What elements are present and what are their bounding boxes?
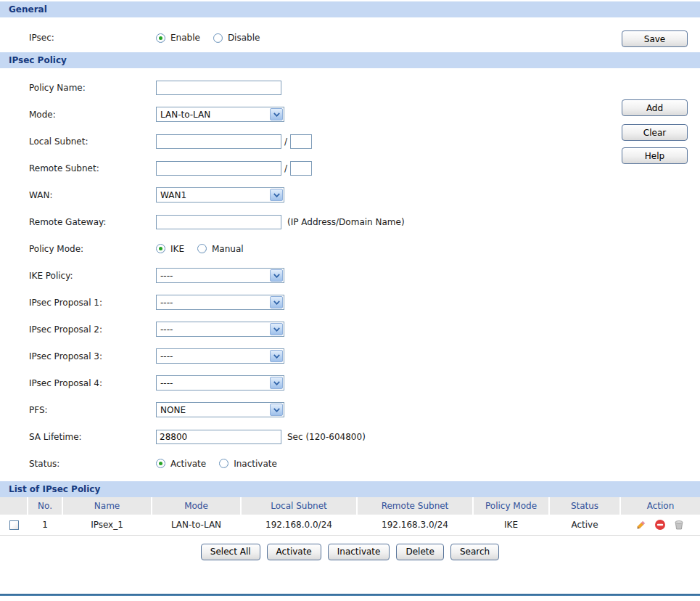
- cell-status: Active: [549, 515, 620, 535]
- mode-row: Mode: LAN-to-LAN: [0, 101, 700, 128]
- cell-policy-mode: IKE: [473, 515, 549, 535]
- inactivate-button[interactable]: Inactivate: [328, 544, 390, 560]
- header-local-subnet: Local Subnet: [241, 497, 357, 515]
- remote-subnet-input[interactable]: [156, 161, 281, 176]
- general-section-title: General: [9, 4, 47, 15]
- sa-lifetime-label: SA Lifetime:: [29, 432, 156, 442]
- wan-select[interactable]: WAN1: [156, 187, 284, 203]
- ipsec-proposal-1-select-value: ----: [157, 298, 270, 308]
- pfs-label: PFS:: [29, 405, 156, 415]
- ipsec-policy-form: Policy Name: Mode: LAN-to-LAN Local Subn…: [0, 68, 700, 477]
- list-section-header: List of IPsec Policy: [0, 481, 700, 497]
- remote-subnet-slash: /: [284, 163, 287, 173]
- ipsec-label: IPsec:: [29, 33, 156, 43]
- header-status: Status: [549, 497, 620, 515]
- status-activate-label: Activate: [170, 459, 206, 469]
- delete-icon[interactable]: [673, 519, 685, 531]
- sa-lifetime-note: Sec (120-604800): [287, 432, 366, 442]
- save-button[interactable]: Save: [622, 30, 688, 47]
- ipsec-policy-section-title: IPsec Policy: [9, 55, 67, 65]
- activate-button[interactable]: Activate: [267, 544, 321, 560]
- wan-label: WAN:: [29, 190, 156, 200]
- chevron-down-icon: [270, 189, 283, 201]
- ipsec-proposal-4-row: IPsec Proposal 4: ----: [0, 369, 700, 396]
- ipsec-proposal-2-row: IPsec Proposal 2: ----: [0, 316, 700, 343]
- policy-name-input[interactable]: [156, 81, 281, 95]
- mode-select-value: LAN-to-LAN: [157, 110, 270, 120]
- ipsec-proposal-1-select[interactable]: ----: [156, 295, 284, 310]
- status-inactivate-radio[interactable]: [219, 459, 228, 468]
- cell-name: IPsex_1: [62, 515, 152, 535]
- chevron-down-icon: [270, 404, 283, 416]
- cell-no: 1: [28, 515, 62, 535]
- pfs-row: PFS: NONE: [0, 396, 700, 423]
- ipsec-proposal-2-select[interactable]: ----: [156, 322, 284, 337]
- edit-icon[interactable]: [635, 519, 647, 531]
- local-subnet-slash: /: [284, 136, 287, 147]
- remote-subnet-row: Remote Subnet: /: [0, 155, 700, 181]
- disable-icon[interactable]: [654, 519, 666, 531]
- ipsec-proposal-4-select-value: ----: [157, 378, 270, 388]
- header-select-col: [0, 497, 28, 515]
- local-subnet-input[interactable]: [156, 134, 281, 149]
- remote-gateway-input[interactable]: [156, 215, 281, 229]
- chevron-down-icon: [270, 323, 283, 335]
- wan-select-value: WAN1: [157, 190, 270, 200]
- header-name: Name: [62, 497, 152, 515]
- row-checkbox[interactable]: [9, 520, 19, 530]
- status-activate-radio[interactable]: [156, 459, 165, 468]
- chevron-down-icon: [270, 108, 283, 120]
- ipsec-proposal-4-select[interactable]: ----: [156, 375, 284, 391]
- ipsec-proposal-3-select[interactable]: ----: [156, 348, 284, 364]
- table-row: 1 IPsex_1 LAN-to-LAN 192.168.0.0/24 192.…: [0, 515, 700, 535]
- ipsec-policy-table: No. Name Mode Local Subnet Remote Subnet…: [0, 497, 700, 536]
- bottom-divider: [0, 594, 700, 596]
- search-button[interactable]: Search: [450, 544, 499, 560]
- sa-lifetime-input[interactable]: [156, 430, 281, 444]
- policy-mode-ike-radio[interactable]: [156, 244, 165, 253]
- local-subnet-row: Local Subnet: /: [0, 128, 700, 155]
- wan-row: WAN: WAN1: [0, 181, 700, 208]
- delete-button[interactable]: Delete: [396, 544, 443, 560]
- header-remote-subnet: Remote Subnet: [357, 497, 473, 515]
- ipsec-proposal-2-label: IPsec Proposal 2:: [29, 324, 156, 335]
- pfs-select-value: NONE: [157, 405, 270, 415]
- table-header-row: No. Name Mode Local Subnet Remote Subnet…: [0, 497, 700, 515]
- ipsec-enable-label: Enable: [170, 33, 200, 43]
- policy-name-label: Policy Name:: [29, 83, 156, 93]
- pfs-select[interactable]: NONE: [156, 402, 284, 417]
- ike-policy-select[interactable]: ----: [156, 268, 284, 283]
- cell-local-subnet: 192.168.0.0/24: [241, 515, 357, 535]
- local-subnet-mask-input[interactable]: [290, 134, 312, 149]
- chevron-down-icon: [270, 350, 283, 362]
- ipsec-disable-radio[interactable]: [213, 33, 223, 43]
- chevron-down-icon: [270, 296, 283, 308]
- remote-subnet-mask-input[interactable]: [290, 161, 312, 176]
- local-subnet-label: Local Subnet:: [29, 136, 156, 147]
- cell-remote-subnet: 192.168.3.0/24: [357, 515, 473, 535]
- remote-gateway-label: Remote Gateway:: [29, 217, 156, 227]
- policy-mode-row: Policy Mode: IKE Manual: [0, 235, 700, 262]
- ipsec-policy-section-header: IPsec Policy: [0, 52, 700, 68]
- policy-mode-ike-label: IKE: [170, 244, 184, 254]
- ipsec-enable-radio[interactable]: [156, 33, 165, 43]
- mode-select[interactable]: LAN-to-LAN: [156, 107, 284, 122]
- ike-policy-row: IKE Policy: ----: [0, 262, 700, 289]
- select-all-button[interactable]: Select All: [201, 544, 260, 560]
- mode-label: Mode:: [29, 110, 156, 120]
- chevron-down-icon: [270, 269, 283, 282]
- general-section-header: General: [0, 1, 700, 17]
- policy-mode-manual-radio[interactable]: [197, 244, 207, 253]
- ipsec-proposal-3-label: IPsec Proposal 3:: [29, 351, 156, 361]
- ipsec-enable-row: IPsec: Enable Disable: [0, 23, 700, 52]
- policy-mode-manual-label: Manual: [212, 244, 244, 254]
- help-button[interactable]: Help: [622, 147, 688, 164]
- header-no: No.: [28, 497, 62, 515]
- ipsec-proposal-3-row: IPsec Proposal 3: ----: [0, 343, 700, 369]
- remote-gateway-note: (IP Address/Domain Name): [287, 217, 405, 227]
- clear-button[interactable]: Clear: [622, 124, 688, 141]
- ipsec-proposal-2-select-value: ----: [157, 324, 270, 335]
- add-button[interactable]: Add: [622, 99, 688, 116]
- ipsec-proposal-4-label: IPsec Proposal 4:: [29, 378, 156, 388]
- ike-policy-select-value: ----: [157, 271, 270, 281]
